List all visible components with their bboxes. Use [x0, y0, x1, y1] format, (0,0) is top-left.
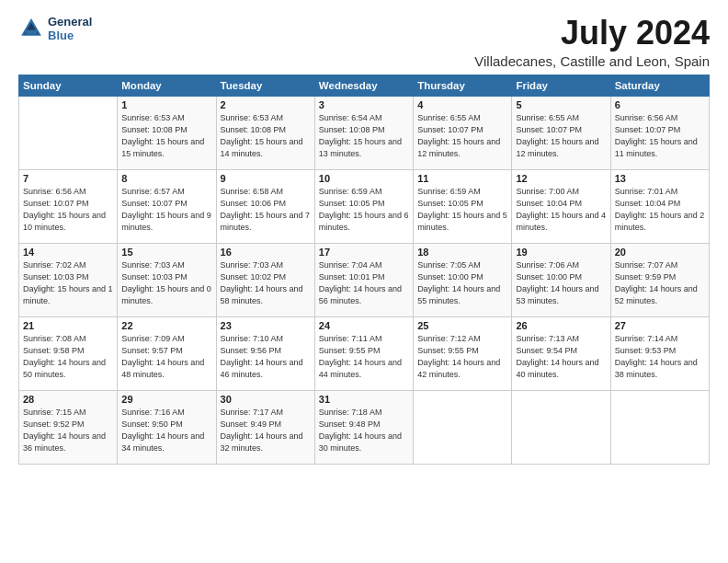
day-number: 13 [615, 173, 705, 184]
day-number: 30 [221, 394, 311, 405]
column-header-saturday: Saturday [610, 75, 709, 96]
day-number: 27 [615, 320, 705, 331]
calendar-cell: 26Sunrise: 7:13 AMSunset: 9:54 PMDayligh… [512, 316, 610, 390]
day-info: Sunrise: 7:04 AMSunset: 10:01 PMDaylight… [319, 259, 409, 307]
logo-icon [18, 16, 44, 41]
location-title: Villadecanes, Castille and Leon, Spain [474, 53, 710, 69]
calendar-cell: 3Sunrise: 6:54 AMSunset: 10:08 PMDayligh… [314, 96, 413, 169]
calendar-cell: 18Sunrise: 7:05 AMSunset: 10:00 PMDaylig… [414, 243, 512, 316]
day-info: Sunrise: 6:56 AMSunset: 10:07 PMDaylight… [23, 186, 113, 234]
day-info: Sunrise: 6:53 AMSunset: 10:08 PMDaylight… [221, 112, 311, 160]
day-number: 6 [615, 99, 705, 110]
day-number: 22 [121, 320, 211, 331]
calendar-cell: 13Sunrise: 7:01 AMSunset: 10:04 PMDaylig… [610, 169, 709, 243]
day-info: Sunrise: 7:07 AMSunset: 9:59 PMDaylight:… [615, 259, 705, 307]
calendar-cell: 16Sunrise: 7:03 AMSunset: 10:02 PMDaylig… [216, 243, 314, 316]
column-header-thursday: Thursday [414, 75, 512, 96]
day-info: Sunrise: 6:55 AMSunset: 10:07 PMDaylight… [516, 112, 606, 160]
calendar-cell: 8Sunrise: 6:57 AMSunset: 10:07 PMDayligh… [118, 169, 216, 243]
title-block: July 2024 Villadecanes, Castille and Leo… [474, 15, 710, 69]
day-number: 5 [516, 99, 606, 110]
day-info: Sunrise: 7:09 AMSunset: 9:57 PMDaylight:… [121, 333, 211, 381]
day-info: Sunrise: 7:05 AMSunset: 10:00 PMDaylight… [417, 259, 507, 307]
logo-text: General Blue [48, 15, 92, 42]
calendar-cell [19, 96, 118, 169]
calendar-cell: 22Sunrise: 7:09 AMSunset: 9:57 PMDayligh… [118, 316, 216, 390]
day-number: 25 [417, 320, 507, 331]
day-number: 2 [221, 99, 311, 110]
calendar-cell: 7Sunrise: 6:56 AMSunset: 10:07 PMDayligh… [19, 169, 118, 243]
calendar-cell: 14Sunrise: 7:02 AMSunset: 10:03 PMDaylig… [19, 243, 118, 316]
calendar-cell [512, 390, 610, 464]
calendar-page: General Blue July 2024 Villadecanes, Cas… [0, 0, 728, 563]
header: General Blue July 2024 Villadecanes, Cas… [18, 15, 710, 69]
day-number: 21 [23, 320, 113, 331]
day-info: Sunrise: 7:03 AMSunset: 10:02 PMDaylight… [221, 259, 311, 307]
day-number: 17 [319, 247, 409, 258]
calendar-cell: 2Sunrise: 6:53 AMSunset: 10:08 PMDayligh… [216, 96, 314, 169]
calendar-cell: 28Sunrise: 7:15 AMSunset: 9:52 PMDayligh… [19, 390, 118, 464]
calendar-cell: 6Sunrise: 6:56 AMSunset: 10:07 PMDayligh… [610, 96, 709, 169]
day-number: 7 [23, 173, 113, 184]
day-info: Sunrise: 7:03 AMSunset: 10:03 PMDaylight… [121, 259, 211, 307]
day-info: Sunrise: 6:53 AMSunset: 10:08 PMDaylight… [121, 112, 211, 160]
day-number: 26 [516, 320, 606, 331]
day-number: 29 [121, 394, 211, 405]
day-info: Sunrise: 7:16 AMSunset: 9:50 PMDaylight:… [121, 407, 211, 454]
calendar-cell: 30Sunrise: 7:17 AMSunset: 9:49 PMDayligh… [216, 390, 314, 464]
calendar-cell: 27Sunrise: 7:14 AMSunset: 9:53 PMDayligh… [610, 316, 709, 390]
day-number: 19 [516, 247, 606, 258]
day-number: 20 [615, 247, 705, 258]
day-info: Sunrise: 7:14 AMSunset: 9:53 PMDaylight:… [615, 333, 705, 381]
day-number: 23 [221, 320, 311, 331]
day-info: Sunrise: 7:02 AMSunset: 10:03 PMDaylight… [23, 259, 113, 307]
calendar-cell: 9Sunrise: 6:58 AMSunset: 10:06 PMDayligh… [216, 169, 314, 243]
calendar-cell: 19Sunrise: 7:06 AMSunset: 10:00 PMDaylig… [512, 243, 610, 316]
calendar-cell: 24Sunrise: 7:11 AMSunset: 9:55 PMDayligh… [314, 316, 413, 390]
day-number: 14 [23, 247, 113, 258]
calendar-cell: 17Sunrise: 7:04 AMSunset: 10:01 PMDaylig… [314, 243, 413, 316]
day-info: Sunrise: 7:12 AMSunset: 9:55 PMDaylight:… [417, 333, 507, 381]
day-number: 15 [121, 247, 211, 258]
day-info: Sunrise: 6:58 AMSunset: 10:06 PMDaylight… [221, 186, 311, 234]
day-number: 3 [319, 99, 409, 110]
day-number: 28 [23, 394, 113, 405]
calendar-cell: 31Sunrise: 7:18 AMSunset: 9:48 PMDayligh… [314, 390, 413, 464]
day-number: 8 [121, 173, 211, 184]
calendar-cell: 10Sunrise: 6:59 AMSunset: 10:05 PMDaylig… [314, 169, 413, 243]
day-number: 4 [417, 99, 507, 110]
column-header-friday: Friday [512, 75, 610, 96]
calendar-cell: 11Sunrise: 6:59 AMSunset: 10:05 PMDaylig… [414, 169, 512, 243]
day-info: Sunrise: 6:55 AMSunset: 10:07 PMDaylight… [417, 112, 507, 160]
column-header-tuesday: Tuesday [216, 75, 314, 96]
day-info: Sunrise: 7:15 AMSunset: 9:52 PMDaylight:… [23, 407, 113, 454]
day-number: 11 [417, 173, 507, 184]
calendar-cell: 5Sunrise: 6:55 AMSunset: 10:07 PMDayligh… [512, 96, 610, 169]
logo: General Blue [18, 15, 92, 42]
day-info: Sunrise: 6:57 AMSunset: 10:07 PMDaylight… [121, 186, 211, 234]
column-header-sunday: Sunday [19, 75, 118, 96]
day-info: Sunrise: 7:10 AMSunset: 9:56 PMDaylight:… [221, 333, 311, 381]
day-info: Sunrise: 6:59 AMSunset: 10:05 PMDaylight… [417, 186, 507, 234]
day-info: Sunrise: 7:06 AMSunset: 10:00 PMDaylight… [516, 259, 606, 307]
calendar-table: SundayMondayTuesdayWednesdayThursdayFrid… [18, 75, 710, 465]
calendar-cell: 20Sunrise: 7:07 AMSunset: 9:59 PMDayligh… [610, 243, 709, 316]
calendar-cell [414, 390, 512, 464]
day-info: Sunrise: 7:11 AMSunset: 9:55 PMDaylight:… [319, 333, 409, 381]
day-number: 10 [319, 173, 409, 184]
calendar-cell: 1Sunrise: 6:53 AMSunset: 10:08 PMDayligh… [118, 96, 216, 169]
day-info: Sunrise: 6:59 AMSunset: 10:05 PMDaylight… [319, 186, 409, 234]
day-info: Sunrise: 6:56 AMSunset: 10:07 PMDaylight… [615, 112, 705, 160]
day-info: Sunrise: 7:13 AMSunset: 9:54 PMDaylight:… [516, 333, 606, 381]
calendar-cell [610, 390, 709, 464]
day-number: 12 [516, 173, 606, 184]
calendar-cell: 29Sunrise: 7:16 AMSunset: 9:50 PMDayligh… [118, 390, 216, 464]
day-info: Sunrise: 7:00 AMSunset: 10:04 PMDaylight… [516, 186, 606, 234]
column-header-monday: Monday [118, 75, 216, 96]
day-info: Sunrise: 7:01 AMSunset: 10:04 PMDaylight… [615, 186, 705, 234]
day-number: 18 [417, 247, 507, 258]
calendar-cell: 4Sunrise: 6:55 AMSunset: 10:07 PMDayligh… [414, 96, 512, 169]
column-header-wednesday: Wednesday [314, 75, 413, 96]
day-number: 1 [121, 99, 211, 110]
calendar-cell: 15Sunrise: 7:03 AMSunset: 10:03 PMDaylig… [118, 243, 216, 316]
